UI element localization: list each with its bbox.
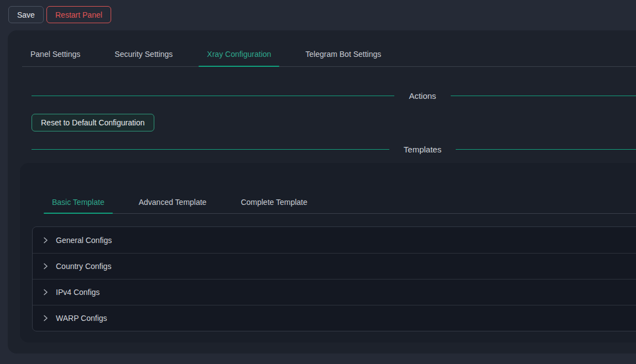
accordion-row-general-configs[interactable]: General Configs — [33, 227, 636, 253]
templates-divider: Templates — [32, 141, 636, 157]
chevron-right-icon — [42, 237, 49, 244]
tab-xray-configuration[interactable]: Xray Configuration — [199, 42, 279, 66]
settings-card: Panel Settings Security Settings Xray Co… — [8, 30, 636, 354]
restart-panel-button[interactable]: Restart Panel — [46, 6, 111, 23]
divider-line — [456, 149, 636, 150]
divider-line — [451, 96, 636, 96]
save-button[interactable]: Save — [8, 6, 44, 23]
accordion-row-country-configs[interactable]: Country Configs — [33, 253, 636, 279]
template-tab-bar: Basic Template Advanced Template Complet… — [44, 191, 636, 214]
chevron-right-icon — [42, 263, 49, 270]
divider-line — [32, 96, 394, 96]
accordion-row-label: IPv4 Configs — [56, 288, 100, 297]
tab-telegram-bot-settings[interactable]: Telegram Bot Settings — [297, 42, 389, 66]
chevron-right-icon — [42, 289, 49, 296]
chevron-right-icon — [42, 315, 49, 321]
tab-panel-settings[interactable]: Panel Settings — [22, 42, 88, 66]
top-toolbar: Save Restart Panel — [0, 0, 636, 30]
accordion-row-label: WARP Configs — [56, 314, 107, 323]
templates-card: Basic Template Advanced Template Complet… — [20, 163, 636, 342]
actions-divider: Actions — [32, 88, 636, 103]
settings-tab-bar: Panel Settings Security Settings Xray Co… — [22, 42, 636, 67]
accordion-row-label: General Configs — [56, 236, 112, 245]
accordion-row-ipv4-configs[interactable]: IPv4 Configs — [33, 279, 636, 305]
tab-security-settings[interactable]: Security Settings — [106, 42, 181, 66]
tab-complete-template[interactable]: Complete Template — [232, 191, 315, 213]
config-accordion: General Configs Country Configs IPv4 Con… — [32, 226, 636, 331]
tab-basic-template[interactable]: Basic Template — [44, 191, 113, 213]
actions-divider-title: Actions — [409, 91, 436, 101]
reset-to-default-button[interactable]: Reset to Default Configuration — [32, 114, 154, 131]
divider-line — [32, 149, 389, 150]
tab-advanced-template[interactable]: Advanced Template — [131, 191, 215, 213]
templates-divider-title: Templates — [404, 145, 441, 154]
accordion-row-warp-configs[interactable]: WARP Configs — [33, 305, 636, 331]
accordion-row-label: Country Configs — [56, 262, 111, 271]
